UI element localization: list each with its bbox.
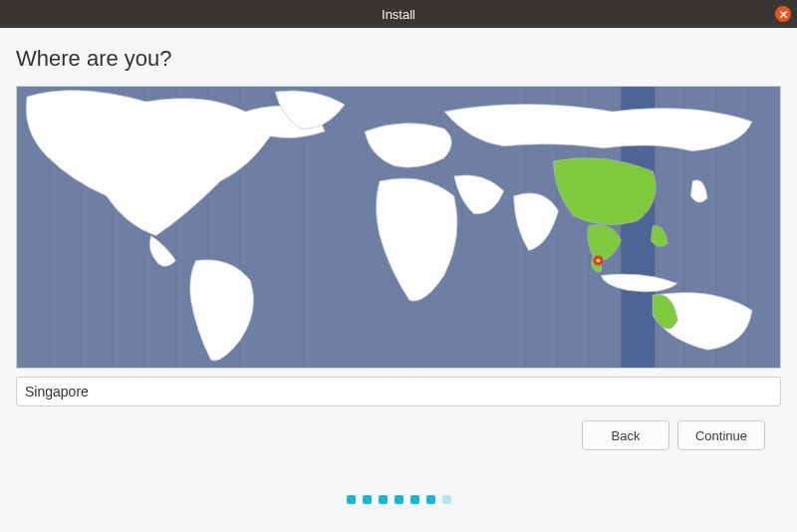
- region-philippines: [651, 225, 667, 246]
- progress-dot: [442, 495, 451, 504]
- svg-point-24: [596, 259, 600, 263]
- progress-dot: [426, 495, 435, 504]
- close-icon: [779, 10, 788, 19]
- continue-button[interactable]: Continue: [677, 420, 765, 450]
- region-china: [554, 157, 657, 224]
- progress-dot: [395, 495, 403, 504]
- region-seasia: [588, 225, 622, 261]
- progress-dots: [0, 495, 797, 504]
- back-button[interactable]: Back: [582, 420, 669, 450]
- window-title: Install: [382, 7, 415, 22]
- titlebar: Install: [0, 0, 797, 28]
- button-row: Back Continue: [16, 420, 765, 450]
- progress-dot: [363, 495, 372, 504]
- close-button[interactable]: [775, 6, 791, 22]
- timezone-map[interactable]: [16, 86, 781, 369]
- location-pin: [593, 256, 603, 266]
- progress-dot: [410, 495, 419, 504]
- location-input[interactable]: [16, 377, 781, 406]
- content-area: Where are you?: [0, 28, 797, 450]
- progress-dot: [379, 495, 388, 504]
- page-title: Where are you?: [16, 46, 781, 72]
- progress-dot: [347, 495, 356, 504]
